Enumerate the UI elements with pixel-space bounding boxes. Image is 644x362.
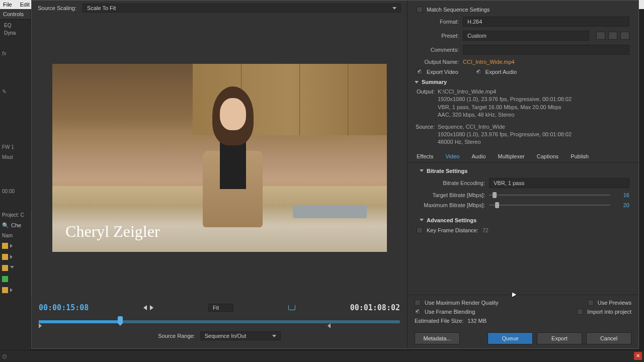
estimated-size-value: 132 MB xyxy=(467,318,487,324)
target-bitrate-slider[interactable] xyxy=(489,195,610,196)
format-label: Format: xyxy=(417,19,459,25)
use-previews-checkbox[interactable] xyxy=(588,300,594,306)
source-scaling-dropdown[interactable]: Scale To Fit xyxy=(83,4,401,13)
menu-edit[interactable]: Edit xyxy=(20,2,30,8)
estimated-size-label: Estimated File Size: xyxy=(415,318,463,324)
target-bitrate-label: Target Bitrate [Mbps]: xyxy=(417,192,485,198)
tab-video[interactable]: Video xyxy=(439,150,465,162)
keyframe-distance-value: 72 xyxy=(482,227,489,233)
bin-row[interactable] xyxy=(0,285,31,296)
tab-multiplexer[interactable]: Multiplexer xyxy=(492,150,531,162)
metadata-button[interactable]: Metadata... xyxy=(415,332,460,344)
out-point-marker[interactable] xyxy=(328,323,331,328)
output-name-label: Output Name: xyxy=(417,59,459,65)
preset-dropdown[interactable]: Custom xyxy=(463,31,589,41)
fw-label: FW 1 xyxy=(2,144,14,150)
tab-audio[interactable]: Audio xyxy=(465,150,492,162)
match-sequence-label: Match Sequence Settings xyxy=(427,7,490,13)
timecode-label: 00:00 xyxy=(2,189,15,194)
import-project-checkbox[interactable] xyxy=(577,309,583,315)
tab-publish[interactable]: Publish xyxy=(565,150,595,162)
bin-row[interactable] xyxy=(0,274,31,285)
timeline-scrubber[interactable] xyxy=(39,316,400,329)
tab-effects[interactable]: Effects xyxy=(411,150,439,162)
keyframe-distance-label: Key Frame Distance: xyxy=(427,227,478,233)
insert-dyn[interactable]: Dyna xyxy=(2,29,29,37)
output-name-link[interactable]: CCI_Intro_Wide.mp4 xyxy=(463,59,515,65)
summary-header[interactable]: Summary xyxy=(408,77,638,87)
advanced-header[interactable]: Advanced Settings xyxy=(413,215,633,225)
current-timecode[interactable]: 00:00:15:08 xyxy=(39,303,89,312)
left-rail: Controls EQ Dyna fx ✎ FW 1 Mast 00:00 xyxy=(0,9,31,361)
export-audio-checkbox[interactable] xyxy=(475,69,481,75)
lower-third-text: Cheryl Zeigler xyxy=(65,222,159,241)
format-dropdown[interactable]: H.264 xyxy=(463,17,629,27)
max-render-checkbox[interactable] xyxy=(415,300,421,306)
bitrate-header[interactable]: Bitrate Settings xyxy=(413,166,633,176)
max-bitrate-label: Maximum Bitrate [Mbps]: xyxy=(417,202,485,208)
video-preview: Cheryl Zeigler xyxy=(52,64,387,252)
master-label: Mast xyxy=(2,154,13,160)
project-header: Project: C xyxy=(0,210,31,220)
menu-file[interactable]: File xyxy=(3,2,12,8)
comments-input[interactable] xyxy=(463,45,629,55)
next-frame-button[interactable] xyxy=(150,305,153,310)
playhead[interactable] xyxy=(118,316,123,323)
in-point-marker[interactable] xyxy=(39,323,42,328)
statusbar: ⊙ ✕ xyxy=(0,350,644,362)
project-panel: Project: C 🔍Che Nam xyxy=(0,210,31,296)
source-scaling-label: Source Scaling: xyxy=(38,5,76,11)
import-preset-icon[interactable] xyxy=(608,32,617,40)
insert-eq[interactable]: EQ xyxy=(2,22,29,29)
disclosure-icon xyxy=(420,219,424,221)
export-video-checkbox[interactable] xyxy=(417,69,423,75)
name-column: Nam xyxy=(0,231,31,240)
bitrate-encoding-label: Bitrate Encoding: xyxy=(417,180,485,186)
chevron-down-icon xyxy=(272,335,276,337)
keyframe-distance-checkbox[interactable] xyxy=(417,227,423,233)
source-range-dropdown[interactable]: Sequence In/Out xyxy=(200,331,281,340)
frame-blending-checkbox[interactable] xyxy=(415,309,421,315)
target-bitrate-value[interactable]: 16 xyxy=(614,192,629,198)
chevron-down-icon xyxy=(392,7,396,10)
close-icon[interactable]: ✕ xyxy=(634,352,642,360)
max-bitrate-value[interactable]: 20 xyxy=(614,202,629,208)
pen-icon: ✎ xyxy=(2,88,7,95)
bin-row[interactable] xyxy=(0,251,31,262)
source-range-label: Source Range: xyxy=(158,333,195,339)
fx-icon: fx xyxy=(2,50,7,56)
bin-row[interactable] xyxy=(0,262,31,274)
preset-label: Preset: xyxy=(417,33,459,39)
export-dialog: Source Scaling: Scale To Fit Cheryl Zeig… xyxy=(31,0,639,349)
save-preset-icon[interactable] xyxy=(596,32,605,40)
project-search[interactable]: Che xyxy=(11,222,21,228)
tab-captions[interactable]: Captions xyxy=(531,150,565,162)
queue-button[interactable]: Queue xyxy=(488,332,533,344)
controls-tab[interactable]: Controls xyxy=(0,9,31,20)
prev-frame-button[interactable] xyxy=(143,305,147,310)
match-sequence-checkbox[interactable] xyxy=(417,7,423,13)
loop-icon[interactable] xyxy=(288,305,295,310)
settings-tabs: Effects Video Audio Multiplexer Captions… xyxy=(408,150,638,163)
disclosure-icon xyxy=(415,81,419,83)
comments-label: Comments: xyxy=(417,47,459,53)
zoom-dropdown[interactable]: Fit xyxy=(208,304,233,312)
cancel-button[interactable]: Cancel xyxy=(586,332,631,344)
duration-timecode: 00:01:08:02 xyxy=(350,303,400,312)
delete-preset-icon[interactable] xyxy=(620,32,629,40)
bin-row[interactable] xyxy=(0,240,31,251)
creative-cloud-icon[interactable]: ⊙ xyxy=(2,353,7,360)
export-button[interactable]: Export xyxy=(537,332,582,344)
disclosure-icon xyxy=(420,169,424,172)
bitrate-encoding-dropdown[interactable]: VBR, 1 pass xyxy=(489,178,629,188)
max-bitrate-slider[interactable] xyxy=(489,205,610,206)
